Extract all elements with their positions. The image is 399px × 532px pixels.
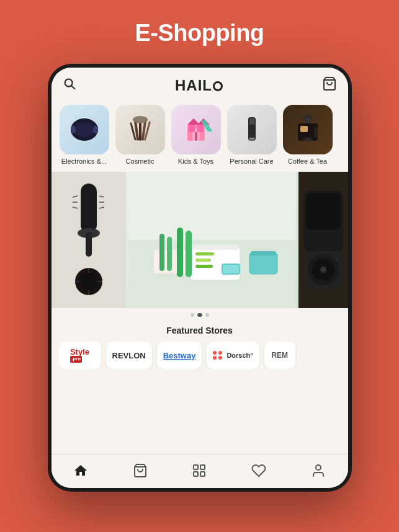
device-screen: HAIL: [52, 68, 348, 488]
svg-line-36: [73, 207, 78, 208]
svg-line-39: [99, 207, 104, 208]
svg-rect-58: [186, 231, 192, 277]
category-item-coffee[interactable]: Coffee & Tea: [282, 105, 333, 166]
category-label-kids: Kids & Toys: [178, 157, 213, 166]
svg-point-69: [320, 267, 326, 273]
svg-rect-25: [249, 138, 255, 140]
app-logo: HAIL: [175, 77, 223, 94]
logo-o-icon: [213, 81, 223, 91]
svg-rect-59: [249, 252, 277, 274]
svg-rect-65: [306, 193, 341, 230]
store-item-style[interactable]: Style .pro: [59, 342, 101, 369]
banner-center: Joseph Joseph: [126, 172, 298, 308]
bottom-nav: [52, 454, 348, 488]
svg-rect-48: [128, 172, 296, 240]
svg-line-1: [71, 86, 74, 89]
svg-rect-55: [159, 234, 164, 271]
svg-rect-19: [195, 132, 197, 141]
category-label-personalcare: Personal Care: [230, 157, 273, 166]
category-item-kids[interactable]: Kids & Toys: [171, 105, 222, 166]
category-img-kids: [171, 105, 221, 154]
svg-rect-23: [249, 118, 254, 125]
category-img-coffee: [283, 105, 333, 154]
svg-rect-49: [191, 246, 240, 280]
svg-rect-31: [305, 117, 310, 123]
svg-rect-52: [195, 259, 211, 262]
svg-point-4: [74, 122, 94, 137]
svg-marker-17: [187, 118, 200, 125]
nav-item-wishlist[interactable]: [241, 461, 276, 481]
svg-point-75: [316, 465, 321, 470]
svg-rect-29: [314, 127, 318, 138]
svg-line-34: [73, 196, 78, 197]
svg-rect-51: [195, 252, 214, 255]
dots-row: [52, 308, 348, 322]
banner-area: Joseph Joseph: [52, 172, 348, 454]
store-label-rem: REM: [271, 351, 288, 360]
category-img-electronics: [60, 105, 109, 154]
dorsch-grid-icon: [213, 351, 223, 360]
app-header: HAIL: [52, 68, 348, 101]
store-item-dorsch[interactable]: Dorsch°: [207, 342, 259, 369]
category-img-cosmetic: [115, 105, 165, 154]
svg-rect-71: [194, 465, 198, 469]
featured-title: Featured Stores: [59, 326, 341, 335]
svg-rect-56: [167, 237, 172, 271]
nav-item-apps[interactable]: [182, 461, 217, 481]
page-title: E-Shopping: [135, 20, 264, 47]
svg-rect-53: [195, 265, 213, 268]
categories-row: Electronics &... Cosmetic: [52, 101, 348, 172]
category-item-personalcare[interactable]: Personal Care: [226, 105, 277, 166]
svg-rect-15: [189, 125, 195, 132]
category-img-personalcare: [227, 105, 277, 154]
svg-rect-6: [93, 126, 98, 133]
banner-right: [298, 172, 348, 308]
svg-rect-27: [300, 126, 308, 132]
svg-point-12: [133, 116, 148, 123]
cart-icon[interactable]: [322, 76, 337, 95]
svg-rect-57: [177, 228, 183, 277]
category-label-coffee: Coffee & Tea: [288, 157, 327, 166]
svg-rect-72: [200, 465, 205, 469]
store-item-rem[interactable]: REM: [264, 342, 295, 369]
banner-container: Joseph Joseph: [52, 172, 348, 308]
svg-rect-60: [251, 251, 276, 255]
dot-3: [205, 313, 209, 317]
store-label-bestway: Bestway: [163, 351, 196, 360]
category-item-cosmetic[interactable]: Cosmetic: [115, 105, 166, 166]
nav-item-orders[interactable]: [123, 461, 158, 481]
svg-rect-16: [197, 125, 204, 132]
category-item-electronics[interactable]: Electronics &...: [59, 105, 110, 166]
svg-rect-73: [194, 472, 198, 476]
svg-line-37: [99, 196, 104, 197]
store-item-bestway[interactable]: Bestway: [157, 342, 202, 369]
featured-section: Featured Stores Style .pro REVLON: [52, 322, 348, 374]
store-label-revlon: REVLON: [112, 351, 146, 360]
nav-item-home[interactable]: [63, 461, 98, 481]
dot-1: [191, 313, 194, 317]
svg-rect-50: [192, 245, 239, 250]
category-label-cosmetic: Cosmetic: [126, 157, 155, 166]
svg-rect-74: [200, 472, 205, 476]
svg-point-42: [80, 273, 97, 290]
banner-left: [52, 172, 126, 308]
store-item-revlon[interactable]: REVLON: [106, 342, 152, 369]
dot-2: [197, 313, 202, 317]
stores-row: Style .pro REVLON Bestway: [59, 342, 341, 369]
store-label-dorsch: Dorsch°: [226, 352, 253, 359]
svg-point-28: [303, 138, 313, 141]
svg-rect-62: [223, 265, 239, 273]
svg-rect-5: [71, 126, 76, 133]
svg-rect-40: [86, 232, 92, 257]
search-icon[interactable]: [63, 77, 76, 94]
device-frame: HAIL: [48, 64, 352, 492]
category-label-electronics: Electronics &...: [61, 157, 107, 166]
nav-item-profile[interactable]: [301, 461, 336, 481]
svg-rect-32: [81, 184, 97, 233]
